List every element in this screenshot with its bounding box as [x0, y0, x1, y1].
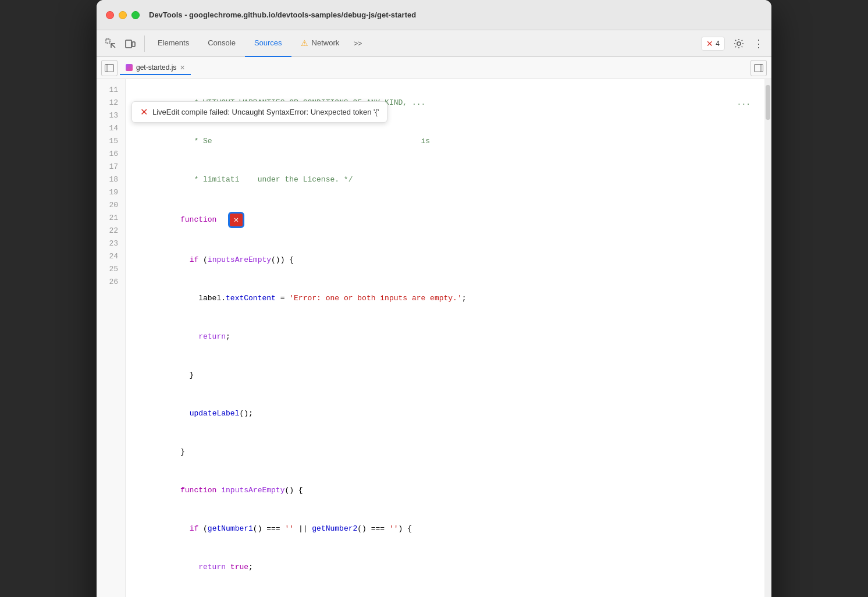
code-line-24: } else {: [135, 587, 762, 597]
device-toolbar-button[interactable]: [121, 34, 140, 53]
code-line-17: return;: [135, 318, 762, 356]
vertical-scrollbar-thumb[interactable]: [766, 85, 770, 120]
close-button[interactable]: [106, 11, 114, 19]
warning-icon: ⚠: [301, 38, 308, 48]
tab-separator: [144, 35, 145, 52]
error-tooltip: ✕ LiveEdit compile failed: Uncaught Synt…: [131, 101, 387, 123]
svg-point-3: [737, 42, 741, 45]
code-line-21: function inputsAreEmpty() {: [135, 471, 762, 510]
tab-sources[interactable]: Sources: [245, 30, 291, 57]
code-line-22: if (getNumber1() === '' || getNumber2() …: [135, 510, 762, 548]
settings-button[interactable]: [730, 34, 748, 53]
line-numbers: 11 12 13 14 15 16 17 18 19 20 21 22 23 2…: [97, 79, 126, 597]
vertical-scrollbar[interactable]: [764, 79, 771, 597]
tab-network[interactable]: ⚠ Network: [291, 30, 349, 57]
code-line-13: * limitati under the License. */: [135, 161, 762, 199]
code-content: 11 12 13 14 15 16 17 18 19 20 21 22 23 2…: [97, 79, 771, 597]
devtools-window: DevTools - googlechrome.github.io/devtoo…: [97, 0, 771, 597]
code-line-15: if (inputsAreEmpty()) {: [135, 241, 762, 279]
svg-rect-2: [132, 42, 135, 47]
svg-rect-0: [106, 39, 110, 43]
code-line-23: return true;: [135, 548, 762, 587]
file-icon: [126, 64, 133, 71]
traffic-lights: [106, 11, 140, 19]
svg-rect-4: [105, 64, 114, 72]
error-icon: ✕: [140, 106, 148, 118]
svg-rect-1: [126, 40, 131, 48]
code-line-16: label.textContent = 'Error: one or both …: [135, 279, 762, 318]
sources-right-panel-toggle[interactable]: [750, 60, 767, 76]
tabs-overflow-button[interactable]: >>: [348, 34, 367, 53]
svg-rect-6: [755, 64, 763, 72]
window-title: DevTools - googlechrome.github.io/devtoo…: [149, 10, 416, 19]
sidebar-toggle-button[interactable]: [101, 60, 118, 76]
titlebar: DevTools - googlechrome.github.io/devtoo…: [97, 0, 771, 30]
code-line-12: * Se is: [135, 122, 762, 161]
code-line-20: }: [135, 433, 762, 471]
code-lines: * WITHOUT WARRANTIES OR CONDITIONS OF AN…: [126, 79, 771, 597]
code-line-19: updateLabel();: [135, 395, 762, 433]
more-options-button[interactable]: ⋮: [750, 34, 767, 53]
code-line-14: function ✕: [135, 199, 762, 241]
maximize-button[interactable]: [131, 11, 140, 19]
minimize-button[interactable]: [119, 11, 127, 19]
error-marker-button[interactable]: ✕: [228, 212, 244, 228]
sources-toolbar: get-started.js ×: [97, 57, 771, 79]
tab-console[interactable]: Console: [198, 30, 245, 57]
code-editor[interactable]: ✕ LiveEdit compile failed: Uncaught Synt…: [97, 79, 771, 597]
code-line-18: }: [135, 356, 762, 395]
error-x-icon: ✕: [706, 39, 713, 48]
tab-elements[interactable]: Elements: [148, 30, 198, 57]
error-count-badge[interactable]: ✕ 4: [701, 37, 725, 51]
inspect-element-button[interactable]: [101, 34, 120, 53]
file-close-button[interactable]: ×: [180, 63, 184, 72]
devtools-tab-bar: Elements Console Sources ⚠ Network >> ✕ …: [97, 30, 771, 57]
file-tab-get-started[interactable]: get-started.js ×: [120, 61, 191, 75]
